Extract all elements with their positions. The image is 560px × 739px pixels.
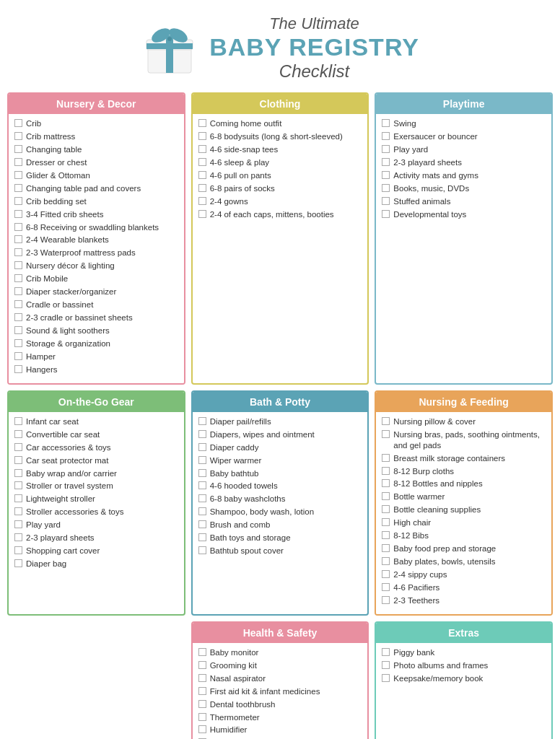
list-item[interactable]: Car accessories & toys <box>14 442 178 453</box>
list-item[interactable]: Diaper bag <box>14 559 178 569</box>
checkbox[interactable] <box>14 261 22 269</box>
checkbox[interactable] <box>198 725 206 733</box>
list-item[interactable]: Baby plates, bowls, utensils <box>382 556 546 567</box>
list-item[interactable]: Dental toothbrush <box>198 699 362 710</box>
list-item[interactable]: First aid kit & infant medicines <box>198 686 362 697</box>
checkbox[interactable] <box>382 518 390 526</box>
list-item[interactable]: Sound & light soothers <box>14 325 178 336</box>
checkbox[interactable] <box>14 145 22 153</box>
list-item[interactable]: 6-8 pairs of socks <box>198 183 362 194</box>
list-item[interactable]: Humidifier <box>198 725 362 735</box>
checkbox[interactable] <box>382 430 390 438</box>
list-item[interactable]: Bottle cleaning supplies <box>382 504 546 515</box>
checkbox[interactable] <box>382 479 390 487</box>
checkbox[interactable] <box>382 417 390 425</box>
list-item[interactable]: Grooming kit <box>198 660 362 671</box>
checkbox[interactable] <box>382 132 390 140</box>
list-item[interactable]: Bath toys and storage <box>198 533 362 543</box>
list-item[interactable]: 2-4 sippy cups <box>382 569 546 580</box>
checkbox[interactable] <box>198 507 206 515</box>
checkbox[interactable] <box>198 430 206 438</box>
checkbox[interactable] <box>198 533 206 541</box>
checkbox[interactable] <box>198 210 206 218</box>
checkbox[interactable] <box>198 417 206 425</box>
checkbox[interactable] <box>198 520 206 528</box>
list-item[interactable]: Storage & organization <box>14 338 178 349</box>
list-item[interactable]: Wiper warmer <box>198 455 362 466</box>
list-item[interactable]: 6-8 Receiving or swaddling blankets <box>14 222 178 233</box>
list-item[interactable]: 8-12 Bibs <box>382 530 546 541</box>
list-item[interactable]: 2-3 Waterproof mattress pads <box>14 248 178 258</box>
list-item[interactable]: Shampoo, body wash, lotion <box>198 507 362 517</box>
list-item[interactable]: Nursery décor & lighting <box>14 261 178 271</box>
list-item[interactable]: Baby wrap and/or carrier <box>14 468 178 479</box>
checkbox[interactable] <box>14 417 22 425</box>
checkbox[interactable] <box>14 469 22 477</box>
checkbox[interactable] <box>14 287 22 295</box>
checkbox[interactable] <box>198 132 206 140</box>
checkbox[interactable] <box>198 713 206 721</box>
checkbox[interactable] <box>14 119 22 127</box>
list-item[interactable]: 2-4 gowns <box>198 196 362 207</box>
checkbox[interactable] <box>14 352 22 360</box>
checkbox[interactable] <box>198 443 206 451</box>
checkbox[interactable] <box>382 674 390 682</box>
list-item[interactable]: 2-4 Wearable blankets <box>14 235 178 245</box>
list-item[interactable]: Stroller accessories & toys <box>14 507 178 517</box>
list-item[interactable]: Keepsake/memory book <box>382 673 546 684</box>
checkbox[interactable] <box>14 339 22 347</box>
checkbox[interactable] <box>14 507 22 515</box>
list-item[interactable]: Photo albums and frames <box>382 660 546 671</box>
list-item[interactable]: 8-12 Burp cloths <box>382 466 546 477</box>
list-item[interactable]: 2-3 Teethers <box>382 595 546 606</box>
checkbox[interactable] <box>198 456 206 464</box>
list-item[interactable]: High chair <box>382 517 546 528</box>
list-item[interactable]: Stroller or travel system <box>14 481 178 491</box>
checkbox[interactable] <box>14 274 22 282</box>
checkbox[interactable] <box>198 469 206 477</box>
list-item[interactable]: Brush and comb <box>198 520 362 530</box>
checkbox[interactable] <box>198 119 206 127</box>
list-item[interactable]: Infant car seat <box>14 416 178 427</box>
checkbox[interactable] <box>198 171 206 179</box>
checkbox[interactable] <box>198 158 206 166</box>
list-item[interactable]: 4-6 hooded towels <box>198 481 362 491</box>
list-item[interactable]: 4-6 side-snap tees <box>198 144 362 155</box>
list-item[interactable]: 2-3 cradle or bassinet sheets <box>14 312 178 323</box>
checkbox[interactable] <box>382 184 390 192</box>
checkbox[interactable] <box>198 648 206 656</box>
list-item[interactable]: 2-4 of each caps, mittens, booties <box>198 209 362 220</box>
checkbox[interactable] <box>14 456 22 464</box>
checkbox[interactable] <box>198 481 206 489</box>
list-item[interactable]: Piggy bank <box>382 647 546 658</box>
checkbox[interactable] <box>198 184 206 192</box>
checkbox[interactable] <box>382 505 390 513</box>
checkbox[interactable] <box>198 494 206 502</box>
list-item[interactable]: Nasal aspirator <box>198 673 362 684</box>
list-item[interactable]: 6-8 baby washcloths <box>198 494 362 504</box>
checkbox[interactable] <box>14 313 22 321</box>
checkbox[interactable] <box>382 171 390 179</box>
list-item[interactable]: Play yard <box>14 520 178 530</box>
list-item[interactable]: Exersaucer or bouncer <box>382 131 546 142</box>
list-item[interactable]: Baby food prep and storage <box>382 543 546 554</box>
list-item[interactable]: Convertible car seat <box>14 429 178 440</box>
checkbox[interactable] <box>14 132 22 140</box>
checkbox[interactable] <box>382 210 390 218</box>
checkbox[interactable] <box>14 430 22 438</box>
list-item[interactable]: Car seat protector mat <box>14 455 178 466</box>
list-item[interactable]: Dresser or chest <box>14 157 178 168</box>
checkbox[interactable] <box>382 570 390 578</box>
checkbox[interactable] <box>382 544 390 552</box>
list-item[interactable]: Stuffed animals <box>382 196 546 207</box>
checkbox[interactable] <box>14 197 22 205</box>
list-item[interactable]: Coming home outfit <box>198 118 362 129</box>
list-item[interactable]: 4-6 sleep & play <box>198 157 362 168</box>
checkbox[interactable] <box>198 546 206 554</box>
checkbox[interactable] <box>14 481 22 489</box>
list-item[interactable]: Diaper stacker/organizer <box>14 287 178 297</box>
checkbox[interactable] <box>382 557 390 565</box>
checkbox[interactable] <box>14 171 22 179</box>
list-item[interactable]: Crib mattress <box>14 131 178 142</box>
list-item[interactable]: Play yard <box>382 144 546 155</box>
